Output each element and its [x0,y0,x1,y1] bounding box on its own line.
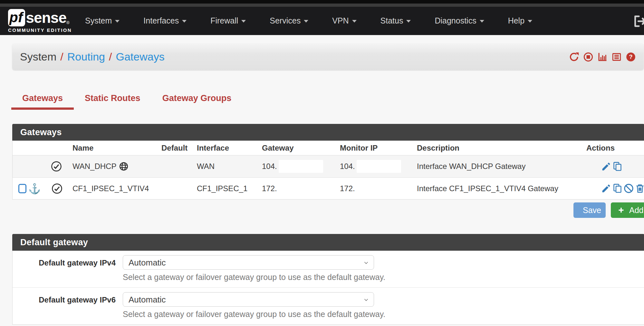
top-navbar: pf sense ® COMMUNITY EDITION System Inte… [0,7,644,35]
logo-subtitle: COMMUNITY EDITION [8,27,72,33]
chevron-down-icon [363,260,369,266]
table-row-wan-dhcp: WAN_DHCP WAN 104. 104. Interface WAN_DHC… [13,155,644,178]
default-gateway-panel: Default gateway Default gateway IPv4 Aut… [12,234,644,325]
refresh-icon[interactable] [569,52,579,62]
col-description: Description [417,144,586,153]
menu-firewall[interactable]: Firewall [198,16,258,25]
chevron-down-icon [241,20,246,23]
stop-icon[interactable] [583,52,593,62]
logo-registered-mark: ® [66,20,70,25]
gateway-name-cell: CF1_IPSEC_1_VTIV4 [72,184,161,193]
copy-icon[interactable] [612,183,622,193]
row-checkbox[interactable] [18,184,26,193]
chart-icon[interactable] [598,52,607,62]
table-row-cf1-ipsec: ⚓ CF1_IPSEC_1_VTIV4 CF1_IPSEC_1 172. 172… [13,178,644,199]
default-gateway-panel-title: Default gateway [12,234,644,251]
col-name: Name [72,144,161,153]
chevron-down-icon [480,20,484,23]
gateways-table: Name Default Interface Gateway Monitor I… [12,141,644,200]
gateway-ip-cell: 172. [262,184,340,193]
col-interface: Interface [197,144,262,153]
chevron-down-icon [115,20,120,23]
chevron-down-icon [304,20,308,23]
logo-pf: pf [8,9,25,26]
col-actions: Actions [586,144,644,153]
breadcrumb-section: System [20,51,56,63]
breadcrumb-separator: / [109,51,112,63]
ipv6-help-text: Select a gateway or failover gateway gro… [123,310,385,319]
breadcrumb-link-routing[interactable]: Routing [67,51,105,63]
tab-gateway-groups[interactable]: Gateway Groups [151,86,243,110]
description-cell: Interface WAN_DHCP Gateway [417,162,586,171]
help-icon[interactable]: ? [626,52,636,62]
add-button[interactable]: Add [611,202,644,218]
redacted-ip [357,160,401,173]
disable-icon[interactable] [624,183,634,193]
menu-diagnostics[interactable]: Diagnostics [423,16,496,25]
ipv6-gateway-select[interactable]: Automatic [123,292,374,307]
sign-out-icon[interactable] [633,14,644,29]
gateway-ip-cell: 104. [262,160,340,173]
main-menu: System Interfaces Firewall Services VPN … [73,7,544,35]
edit-icon[interactable] [601,162,611,172]
col-monitor-ip: Monitor IP [340,144,417,153]
breadcrumb-link-gateways[interactable]: Gateways [116,51,164,63]
col-default: Default [161,144,197,153]
svg-text:?: ? [629,54,632,60]
breadcrumb: System / Routing / Gateways [20,43,165,70]
menu-system[interactable]: System [73,16,131,25]
menu-services[interactable]: Services [258,16,320,25]
gateways-table-header: Name Default Interface Gateway Monitor I… [13,141,644,155]
logo-sense: sense [26,9,66,26]
ipv4-label: Default gateway IPv4 [33,258,116,267]
save-button[interactable]: Save [573,202,606,218]
breadcrumb-bar: System / Routing / Gateways ? [12,43,644,70]
gateway-name-cell: WAN_DHCP [72,162,161,171]
ipv4-gateway-select[interactable]: Automatic [123,255,374,270]
window-top-edge [0,0,644,4]
pfsense-page: pf sense ® COMMUNITY EDITION System Inte… [0,0,644,326]
plus-icon [617,206,625,214]
gateways-panel: Gateways Name Default Interface Gateway … [12,124,644,200]
menu-vpn[interactable]: VPN [320,16,368,25]
window-top-band [0,4,644,7]
routing-tabs: Gateways Static Routes Gateway Groups [11,86,242,110]
page-action-icons: ? [569,52,636,62]
chevron-down-icon [352,20,357,23]
row-status-cell: ⚓ [13,178,72,199]
chevron-down-icon [363,297,369,303]
description-cell: Interface CF1_IPSEC_1_VTIV4 Gateway [417,184,586,193]
copy-icon[interactable] [612,162,622,172]
edit-icon[interactable] [601,183,611,193]
chevron-down-icon [528,20,532,23]
menu-status[interactable]: Status [369,16,423,25]
breadcrumb-separator: / [60,51,63,63]
default-gateway-ipv4-row: Default gateway IPv4 Automatic Select a … [13,251,644,288]
gateways-panel-title: Gateways [12,124,644,141]
chevron-down-icon [182,20,187,23]
interface-cell: WAN [197,162,262,171]
menu-interfaces[interactable]: Interfaces [131,16,198,25]
default-gateway-ipv6-row: Default gateway IPv6 Automatic Select a … [13,288,644,324]
menu-help[interactable]: Help [496,16,544,25]
globe-icon [119,162,129,171]
row-actions [586,162,644,172]
monitor-ip-cell: 172. [340,184,417,193]
monitor-ip-cell: 104. [340,160,417,173]
row-actions [586,183,644,193]
interface-cell: CF1_IPSEC_1 [197,184,262,193]
gateway-online-check-icon [51,161,62,172]
pfsense-logo: pf sense ® COMMUNITY EDITION [8,9,72,33]
gateway-online-check-icon [52,183,62,194]
ipv4-help-text: Select a gateway or failover gateway gro… [123,273,385,282]
active-tab-underline [11,107,74,110]
ipv6-label: Default gateway IPv6 [33,295,116,304]
log-icon[interactable] [612,52,621,62]
row-status-cell [13,155,72,177]
redacted-ip [279,160,323,173]
tab-gateways[interactable]: Gateways [11,86,74,110]
chevron-down-icon [406,20,411,23]
delete-icon[interactable] [635,183,644,193]
tab-static-routes[interactable]: Static Routes [74,86,151,110]
anchor-icon: ⚓ [28,183,41,193]
